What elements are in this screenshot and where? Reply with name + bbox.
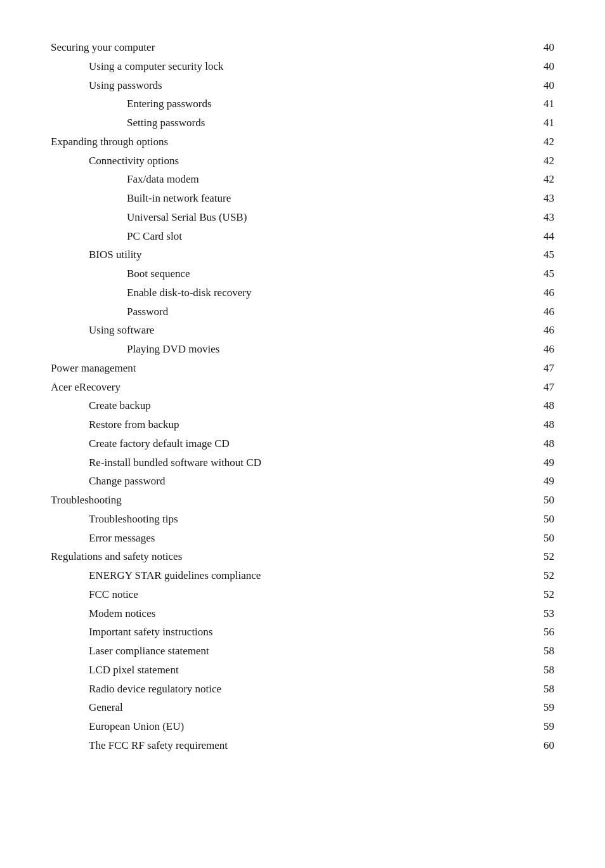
toc-entry: Universal Serial Bus (USB)43 bbox=[51, 208, 554, 227]
toc-entry: Create factory default image CD48 bbox=[51, 434, 554, 453]
toc-entry: European Union (EU)59 bbox=[51, 717, 554, 736]
entry-text: Acer eRecovery bbox=[51, 378, 529, 397]
entry-text: Expanding through options bbox=[51, 133, 529, 152]
toc-entry: Acer eRecovery47 bbox=[51, 378, 554, 397]
toc-entry: Expanding through options42 bbox=[51, 133, 554, 152]
entry-text: Fax/data modem bbox=[127, 170, 529, 189]
toc-entry: Power management47 bbox=[51, 359, 554, 378]
entry-page: 50 bbox=[529, 510, 554, 529]
entry-text: Using software bbox=[89, 321, 529, 340]
entry-page: 58 bbox=[529, 661, 554, 680]
entry-page: 41 bbox=[529, 113, 554, 133]
entry-text: Change password bbox=[89, 472, 529, 491]
toc-entry: Important safety instructions56 bbox=[51, 623, 554, 642]
entry-page: 50 bbox=[529, 491, 554, 510]
entry-text: Password bbox=[127, 302, 529, 321]
entry-text: Regulations and safety notices bbox=[51, 547, 529, 566]
entry-page: 41 bbox=[529, 94, 554, 113]
toc-entry: LCD pixel statement58 bbox=[51, 661, 554, 680]
entry-page: 43 bbox=[529, 208, 554, 227]
entry-page: 40 bbox=[529, 38, 554, 57]
entry-page: 60 bbox=[529, 736, 554, 755]
entry-text: Built-in network feature bbox=[127, 189, 529, 208]
entry-page: 43 bbox=[529, 189, 554, 208]
entry-text: Using passwords bbox=[89, 76, 529, 95]
entry-text: FCC notice bbox=[89, 585, 529, 604]
entry-page: 59 bbox=[529, 717, 554, 736]
entry-page: 52 bbox=[529, 547, 554, 566]
entry-page: 59 bbox=[529, 698, 554, 717]
entry-text: Universal Serial Bus (USB) bbox=[127, 208, 529, 227]
toc-entry: Create backup48 bbox=[51, 396, 554, 415]
entry-text: Securing your computer bbox=[51, 38, 529, 57]
toc-entry: Password46 bbox=[51, 302, 554, 321]
entry-page: 44 bbox=[529, 227, 554, 246]
entry-page: 45 bbox=[529, 245, 554, 264]
entry-text: Using a computer security lock bbox=[89, 57, 529, 76]
toc-entry: Using software46 bbox=[51, 321, 554, 340]
entry-text: Restore from backup bbox=[89, 415, 529, 434]
entry-text: BIOS utility bbox=[89, 245, 529, 264]
toc-entry: Regulations and safety notices52 bbox=[51, 547, 554, 566]
toc-entry: Error messages50 bbox=[51, 529, 554, 548]
entry-page: 40 bbox=[529, 76, 554, 95]
toc-entry: Change password49 bbox=[51, 472, 554, 491]
entry-page: 49 bbox=[529, 472, 554, 491]
entry-page: 46 bbox=[529, 302, 554, 321]
toc-entry: FCC notice52 bbox=[51, 585, 554, 604]
entry-text: PC Card slot bbox=[127, 227, 529, 246]
toc-entry: Troubleshooting50 bbox=[51, 491, 554, 510]
entry-text: Important safety instructions bbox=[89, 623, 529, 642]
entry-text: Setting passwords bbox=[127, 113, 529, 133]
entry-text: Re-install bundled software without CD bbox=[89, 453, 529, 472]
entry-page: 52 bbox=[529, 585, 554, 604]
entry-page: 42 bbox=[529, 152, 554, 171]
entry-text: ENERGY STAR guidelines compliance bbox=[89, 566, 529, 585]
toc-entry: Restore from backup48 bbox=[51, 415, 554, 434]
toc-entry: Setting passwords41 bbox=[51, 113, 554, 133]
entry-text: Power management bbox=[51, 359, 529, 378]
entry-text: Boot sequence bbox=[127, 264, 529, 283]
entry-page: 48 bbox=[529, 434, 554, 453]
entry-text: The FCC RF safety requirement bbox=[89, 736, 529, 755]
toc-entry: Connectivity options42 bbox=[51, 152, 554, 171]
entry-page: 58 bbox=[529, 642, 554, 661]
toc-entry: PC Card slot44 bbox=[51, 227, 554, 246]
entry-text: LCD pixel statement bbox=[89, 661, 529, 680]
entry-text: Error messages bbox=[89, 529, 529, 548]
entry-text: Radio device regulatory notice bbox=[89, 680, 529, 699]
toc-entry: Modem notices53 bbox=[51, 604, 554, 623]
entry-text: Create backup bbox=[89, 396, 529, 415]
entry-page: 49 bbox=[529, 453, 554, 472]
entry-text: Modem notices bbox=[89, 604, 529, 623]
toc-entry: Securing your computer40 bbox=[51, 38, 554, 57]
entry-page: 45 bbox=[529, 264, 554, 283]
toc-container: Securing your computer40Using a computer… bbox=[51, 38, 554, 755]
entry-page: 52 bbox=[529, 566, 554, 585]
entry-text: European Union (EU) bbox=[89, 717, 529, 736]
entry-page: 58 bbox=[529, 680, 554, 699]
entry-page: 46 bbox=[529, 340, 554, 359]
entry-text: Enable disk-to-disk recovery bbox=[127, 283, 529, 302]
toc-entry: Built-in network feature43 bbox=[51, 189, 554, 208]
entry-text: Create factory default image CD bbox=[89, 434, 529, 453]
entry-text: Entering passwords bbox=[127, 94, 529, 113]
entry-page: 42 bbox=[529, 133, 554, 152]
toc-entry: Using passwords40 bbox=[51, 76, 554, 95]
entry-page: 48 bbox=[529, 415, 554, 434]
entry-text: Playing DVD movies bbox=[127, 340, 529, 359]
entry-text: Troubleshooting tips bbox=[89, 510, 529, 529]
toc-entry: Using a computer security lock40 bbox=[51, 57, 554, 76]
toc-entry: The FCC RF safety requirement60 bbox=[51, 736, 554, 755]
entry-page: 40 bbox=[529, 57, 554, 76]
toc-entry: Troubleshooting tips50 bbox=[51, 510, 554, 529]
toc-entry: Entering passwords41 bbox=[51, 94, 554, 113]
entry-page: 56 bbox=[529, 623, 554, 642]
entry-page: 53 bbox=[529, 604, 554, 623]
entry-text: Troubleshooting bbox=[51, 491, 529, 510]
entry-text: Connectivity options bbox=[89, 152, 529, 171]
entry-page: 47 bbox=[529, 378, 554, 397]
entry-page: 46 bbox=[529, 321, 554, 340]
toc-entry: General59 bbox=[51, 698, 554, 717]
entry-page: 42 bbox=[529, 170, 554, 189]
